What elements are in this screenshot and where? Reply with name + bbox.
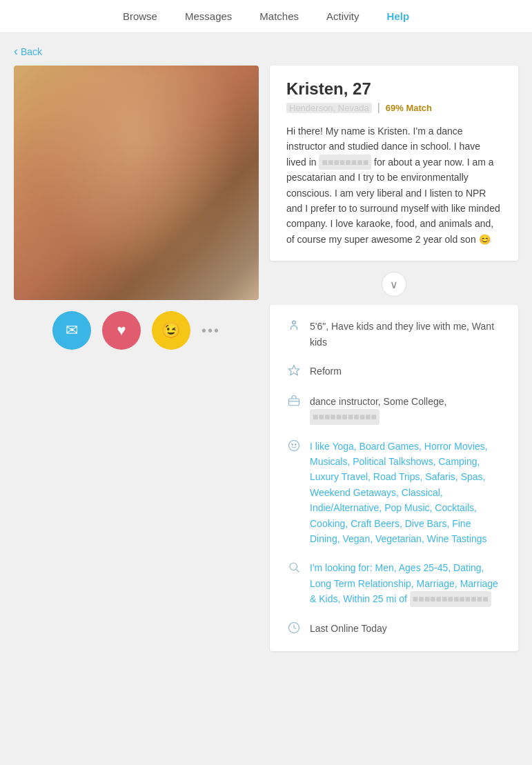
detail-row-religion: Reform [286, 364, 502, 380]
chevron-down-icon: ∨ [390, 278, 398, 291]
svg-line-8 [296, 570, 299, 573]
wink-icon: 😉 [161, 321, 180, 339]
detail-height-kids-text: 5'6", Have kids and they live with me, W… [310, 319, 502, 350]
profile-photo [14, 66, 259, 300]
action-buttons: ✉ ♥ 😉 ••• [52, 311, 220, 350]
smiley-icon [286, 439, 302, 455]
svg-point-6 [295, 444, 297, 445]
nav-matches[interactable]: Matches [259, 10, 299, 22]
briefcase-icon [286, 395, 302, 410]
search-icon [286, 561, 302, 577]
message-button[interactable]: ✉ [52, 311, 91, 350]
expand-button[interactable]: ∨ [382, 272, 406, 297]
svg-point-0 [293, 321, 296, 324]
nav-browse[interactable]: Browse [123, 10, 157, 22]
profile-details-card: 5'6", Have kids and they live with me, W… [270, 305, 518, 650]
star-icon [286, 364, 302, 380]
more-button[interactable]: ••• [201, 323, 220, 339]
person-icon [286, 319, 302, 335]
profile-bio-card: Kristen, 27 Henderson, Nevada | 69% Matc… [270, 66, 518, 261]
heart-icon: ♥ [117, 321, 126, 339]
profile-left: ✉ ♥ 😉 ••• [14, 66, 259, 350]
svg-marker-1 [289, 365, 299, 375]
detail-row-last-online: Last Online Today [286, 621, 502, 637]
back-button[interactable]: Back [14, 44, 42, 59]
svg-point-5 [292, 444, 293, 445]
svg-point-4 [289, 440, 299, 450]
wink-button[interactable]: 😉 [152, 311, 190, 350]
detail-row-interests: I like Yoga, Board Games, Horror Movies,… [286, 439, 502, 547]
nav-messages[interactable]: Messages [185, 10, 232, 22]
profile-name: Kristen, 27 [286, 79, 502, 99]
detail-interests-text: I like Yoga, Board Games, Horror Movies,… [310, 439, 502, 547]
detail-job-text: dance instructor, Some College, ■■■■■■■■… [310, 394, 502, 425]
profile-match-percent: 69% Match [386, 103, 432, 113]
detail-looking-for-text: I'm looking for: Men, Ages 25-45, Dating… [310, 560, 502, 606]
profile-right: Kristen, 27 Henderson, Nevada | 69% Matc… [270, 66, 518, 651]
profile-bio-text: Hi there! My name is Kristen. I'm a danc… [286, 123, 502, 247]
profile-container: ✉ ♥ 😉 ••• Kristen, 27 Henderson, Nevada … [0, 66, 532, 665]
message-icon: ✉ [66, 321, 78, 339]
svg-point-7 [290, 563, 297, 570]
clock-icon [286, 622, 302, 637]
nav-help[interactable]: Help [387, 10, 410, 22]
heart-button[interactable]: ♥ [102, 311, 141, 350]
detail-row-looking-for: I'm looking for: Men, Ages 25-45, Dating… [286, 560, 502, 606]
profile-location-row: Henderson, Nevada | 69% Match [286, 101, 502, 114]
nav-activity[interactable]: Activity [326, 10, 359, 22]
detail-row-height-kids: 5'6", Have kids and they live with me, W… [286, 319, 502, 350]
main-nav: Browse Messages Matches Activity Help [0, 0, 532, 33]
expand-section: ∨ [270, 272, 518, 297]
profile-location: Henderson, Nevada [286, 103, 372, 113]
photo-blur-overlay [14, 66, 259, 300]
svg-rect-2 [289, 399, 299, 406]
detail-religion-text: Reform [310, 364, 342, 379]
detail-row-job: dance instructor, Some College, ■■■■■■■■… [286, 394, 502, 425]
detail-last-online-text: Last Online Today [310, 621, 387, 636]
